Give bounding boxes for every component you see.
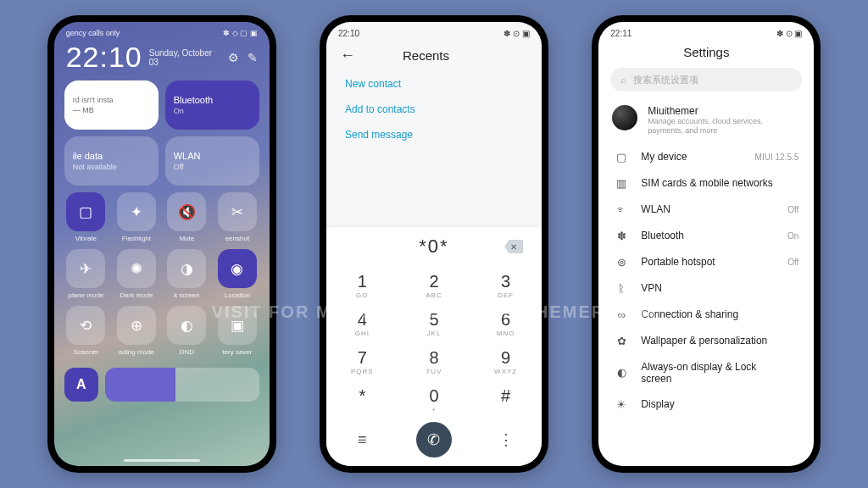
toggle-icon: ◐ — [167, 306, 206, 345]
home-indicator[interactable] — [124, 459, 200, 462]
edit-icon[interactable]: ✎ — [248, 51, 258, 64]
key-1[interactable]: 1GO — [326, 266, 398, 304]
tile-mobile-data[interactable]: ile data Not available — [64, 136, 159, 186]
toggle-label: ading mode — [119, 348, 154, 356]
settings-row-always-on-display-lock-screen[interactable]: ◐Always-on display & Lock screen — [600, 354, 812, 391]
key-9[interactable]: 9WXYZ — [470, 342, 542, 380]
settings-row-wlan[interactable]: ᯤWLANOff — [600, 197, 812, 223]
account-sub: Manage accounts, cloud services, payment… — [648, 117, 792, 136]
key-2[interactable]: 2ABC — [398, 266, 470, 304]
row-label: My device — [641, 151, 743, 163]
back-icon[interactable]: ← — [340, 47, 355, 64]
clock: 22:10 — [66, 41, 142, 74]
toggle-location[interactable]: ◉Location — [215, 249, 259, 299]
call-button[interactable]: ✆ — [416, 422, 452, 458]
toggle-flashlight[interactable]: ✦Flashlight — [114, 192, 159, 242]
status-icons: ✽ ⊙ ▣ — [776, 29, 803, 38]
tile-bluetooth[interactable]: Bluetooth On — [165, 80, 259, 130]
settings-row-sim-cards-mobile-networks[interactable]: ▥SIM cards & mobile networks — [600, 170, 812, 197]
backspace-icon[interactable]: ✕ — [504, 240, 523, 253]
key-8[interactable]: 8TUV — [398, 342, 470, 380]
toggle-plane-mode[interactable]: ✈plane mode — [64, 249, 108, 299]
toggle-icon: ▢ — [66, 192, 105, 231]
search-input[interactable]: ⌕ 搜索系统设置项 — [610, 68, 802, 92]
row-icon: ▢ — [614, 151, 629, 164]
tile-data-usage[interactable]: rd isn't insta — MB — [64, 80, 159, 130]
status-time: 22:10 — [338, 29, 359, 38]
settings-row-wallpaper-personalization[interactable]: ✿Wallpaper & personalization — [600, 328, 812, 354]
phone-control-center: gency calls only ✽ ◇ ▢ ▣ 22:10 Sunday, O… — [47, 15, 276, 473]
toggle-label: Scanner — [74, 348, 99, 356]
row-icon: ✽ — [614, 230, 629, 242]
key-0[interactable]: 0+ — [398, 380, 470, 419]
status-time: 22:11 — [610, 29, 632, 38]
settings-row-portable-hotspot[interactable]: ⊚Portable hotspotOff — [600, 249, 812, 275]
toggle-label: DND — [180, 348, 194, 356]
toggle-label: Flashlight — [122, 235, 151, 242]
row-icon: ☀ — [614, 398, 629, 411]
toggle-k-screen[interactable]: ◑k screen — [165, 249, 209, 299]
toggle-dark-mode[interactable]: ✺Dark mode — [114, 249, 159, 299]
status-bar: 22:10 ✽ ⊙ ▣ — [326, 22, 542, 42]
row-icon: ✿ — [614, 335, 629, 347]
toggle-label: k screen — [174, 291, 199, 299]
key-7[interactable]: 7PQRS — [326, 342, 398, 380]
row-icon: ᚱ — [614, 282, 629, 295]
key-3[interactable]: 3DEF — [470, 266, 542, 304]
dialer-header: ← Recents — [326, 42, 542, 71]
toggle-icon: ◉ — [218, 249, 257, 288]
account-row[interactable]: Miuithemer Manage accounts, cloud servic… — [598, 100, 814, 144]
phone-settings: 22:11 ✽ ⊙ ▣ Settings ⌕ 搜索系统设置项 Miuitheme… — [592, 15, 821, 473]
toggle-mute[interactable]: 🔇Mute — [165, 192, 209, 242]
settings-row-my-device[interactable]: ▢My deviceMIUI 12.5.5 — [600, 144, 812, 170]
row-value: MIUI 12.5.5 — [755, 152, 799, 162]
toggle-icon: 🔇 — [167, 192, 206, 231]
toggle-label: eenshot — [225, 235, 249, 242]
row-label: Always-on display & Lock screen — [641, 361, 787, 385]
toggle-dnd[interactable]: ◐DND — [165, 306, 209, 356]
settings-row-vpn[interactable]: ᚱVPN — [600, 275, 812, 302]
quick-settings-actions: ⚙ ✎ — [228, 51, 258, 64]
auto-brightness-toggle[interactable]: A — [64, 368, 98, 402]
toggle-vibrate[interactable]: ▢Vibrate — [64, 192, 108, 242]
toggle-label: plane mode — [69, 291, 104, 299]
settings-row-connection-sharing[interactable]: ∞Connection & sharing — [600, 302, 812, 328]
brightness-slider[interactable]: A — [54, 361, 270, 402]
account-name: Miuithemer — [648, 105, 792, 117]
toggle-tery-saver[interactable]: ▣tery saver — [215, 306, 259, 356]
key-4[interactable]: 4GHI — [326, 304, 398, 342]
toggle-eenshot[interactable]: ✂eenshot — [215, 192, 259, 242]
settings-row-bluetooth[interactable]: ✽BluetoothOn — [600, 223, 812, 249]
row-label: Connection & sharing — [641, 308, 787, 320]
action-new-contact[interactable]: New contact — [345, 71, 523, 97]
row-value: On — [787, 231, 798, 241]
settings-row-display[interactable]: ☀Display — [600, 391, 812, 418]
brightness-track[interactable] — [105, 368, 259, 402]
row-icon: ◐ — [614, 366, 629, 379]
status-icons: ✽ ⊙ ▣ — [504, 29, 530, 38]
search-placeholder: 搜索系统设置项 — [633, 74, 698, 86]
date: Sunday, October 03 — [149, 48, 221, 67]
menu-icon[interactable]: ≡ — [358, 431, 367, 449]
row-label: Wallpaper & personalization — [641, 335, 787, 347]
key-6[interactable]: 6MNO — [470, 304, 542, 342]
page-title: Recents — [403, 48, 449, 63]
tile-wlan[interactable]: WLAN Off — [165, 136, 259, 186]
action-add-to-contacts[interactable]: Add to contacts — [345, 97, 523, 122]
row-value: Off — [787, 205, 798, 214]
key-*[interactable]: * — [326, 380, 398, 419]
carrier-text: gency calls only — [66, 29, 120, 37]
toggle-scanner[interactable]: ⟲Scanner — [64, 306, 108, 356]
action-send-message[interactable]: Send message — [345, 122, 523, 147]
dialed-number: *0* — [419, 236, 448, 258]
toggle-label: Mute — [180, 235, 195, 242]
row-icon: ᯤ — [614, 203, 629, 216]
page-title: Settings — [598, 42, 814, 68]
toggle-icon: ⊕ — [117, 306, 156, 345]
gear-icon[interactable]: ⚙ — [228, 51, 239, 64]
toggle-ading-mode[interactable]: ⊕ading mode — [114, 306, 159, 356]
toggle-icon: ▣ — [218, 306, 257, 345]
key-#[interactable]: # — [470, 380, 542, 419]
key-5[interactable]: 5JKL — [398, 304, 470, 342]
more-icon[interactable]: ⋮ — [498, 430, 514, 449]
